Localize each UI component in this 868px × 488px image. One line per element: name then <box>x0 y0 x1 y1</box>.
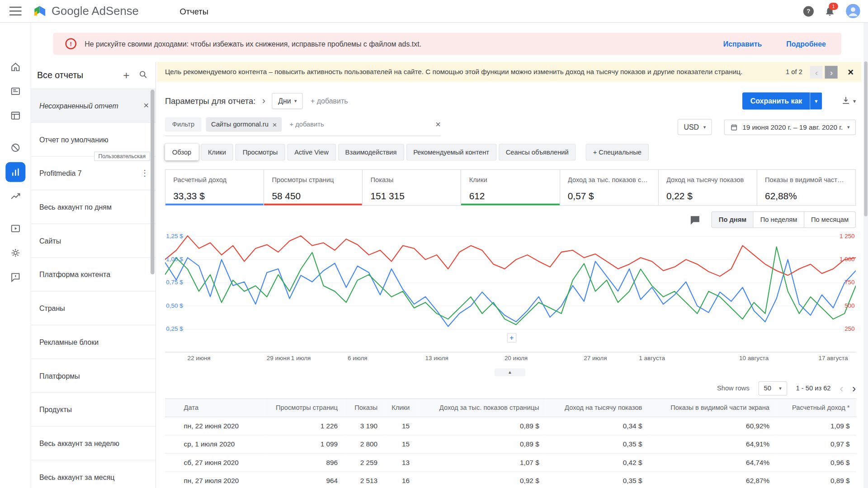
metric-card-page-views[interactable]: Просмотры страниц 58 450 <box>264 169 363 206</box>
overview-chart: 1,25 $ 1,00 $ 0,75 $ 0,50 $ 0,25 $ 1 250… <box>165 230 856 366</box>
home-icon[interactable] <box>5 57 25 77</box>
resources-icon[interactable] <box>5 219 25 239</box>
rows-per-page-select[interactable]: 50 ▾ <box>758 381 787 396</box>
column-header-viewability[interactable]: Показы в видимой части экрана <box>649 399 776 417</box>
sidebar-scrollbar[interactable] <box>151 89 155 274</box>
currency-select[interactable]: USD ▾ <box>678 119 712 135</box>
page-next-icon[interactable]: › <box>852 382 856 395</box>
column-header-clicks[interactable]: Клики <box>384 399 416 417</box>
column-header-impression-rpm[interactable]: Доход на тысячу показов <box>546 399 649 417</box>
tab-custom[interactable]: + Специальные <box>586 144 649 160</box>
collapse-chart-button[interactable]: ▲ <box>494 369 525 376</box>
download-button[interactable]: ▾ <box>841 96 856 106</box>
metric-card-clicks[interactable]: Клики 612 <box>461 169 560 206</box>
settings-icon[interactable] <box>5 243 25 263</box>
more-options-icon[interactable]: ⋮ <box>141 168 149 178</box>
notifications-icon[interactable]: 1 <box>823 5 836 18</box>
sidebar-item-unsaved-report[interactable]: Несохраненный отчет × <box>30 89 156 122</box>
cell-impression-rpm: 0,34 $ <box>546 417 649 435</box>
filter-box: Фильтр Сайты gormonal.ru × + добавить × <box>165 117 441 136</box>
cell-impressions: 2 259 <box>344 453 384 471</box>
table-row[interactable]: ср, 1 июля 2020 1 099 2 800 15 0,89 $ 0,… <box>165 435 856 453</box>
metric-card-estimated-earnings[interactable]: Расчетный доход 33,33 $ <box>165 169 264 206</box>
remove-filter-icon[interactable]: × <box>272 120 277 129</box>
column-header-earnings[interactable]: Расчетный доход * <box>776 399 857 417</box>
warning-text: Не рискуйте своими доходами: чтобы избеж… <box>85 40 421 48</box>
sidebar-item-countries[interactable]: Страны <box>30 291 156 325</box>
tab-clicks[interactable]: Клики <box>201 144 233 160</box>
blocking-controls-icon[interactable] <box>5 138 25 158</box>
filter-chip-sites[interactable]: Сайты gormonal.ru × <box>206 117 282 132</box>
column-header-page-rpm[interactable]: Доход за тыс. показов страницы <box>416 399 546 417</box>
metric-card-impression-rpm[interactable]: Доход на тысячу показов 0,22 $ <box>658 169 757 206</box>
dimension-select[interactable]: Дни ▾ <box>272 93 303 109</box>
metric-card-viewability[interactable]: Показы в видимой части экрана 62,88% <box>757 169 856 206</box>
add-dimension-link[interactable]: + добавить <box>311 97 348 105</box>
sidebar-item-products[interactable]: Продукты <box>30 392 156 426</box>
report-parameters-row: Параметры для отчета: › Дни ▾ + добавить… <box>165 91 856 110</box>
column-header-date[interactable]: Дата <box>165 399 264 417</box>
feedback-icon[interactable] <box>5 267 25 287</box>
tab-views[interactable]: Просмотры <box>236 144 285 160</box>
save-as-button[interactable]: Сохранить как <box>743 92 810 109</box>
ad-units-icon[interactable] <box>5 81 25 101</box>
table-row[interactable]: пн, 27 июля 2020 964 2 513 16 0,92 $ 0,3… <box>165 472 856 488</box>
caret-down-icon: ▾ <box>847 124 850 130</box>
help-icon[interactable]: ? <box>803 6 814 16</box>
add-filter-link[interactable]: + добавить <box>290 121 324 128</box>
optimization-icon[interactable] <box>5 187 25 206</box>
sidebar-item-label: Весь аккаунт за месяц <box>39 473 149 481</box>
sidebar-item-sites[interactable]: Сайты <box>30 224 156 258</box>
learn-more-link[interactable]: Подробнее <box>786 40 826 48</box>
metric-card-page-rpm[interactable]: Доход за тыс. показов страни... 0,57 $ <box>559 169 658 206</box>
tab-ad-sessions[interactable]: Сеансы объявлений <box>499 144 576 160</box>
tab-active-view[interactable]: Active View <box>287 144 336 160</box>
table-row[interactable]: пн, 22 июня 2020 1 226 3 190 15 0,89 $ 0… <box>165 417 856 435</box>
chart-zoom-in-button[interactable]: + <box>507 333 516 343</box>
sidebar-item-default-report[interactable]: Отчет по умолчанию <box>30 122 156 156</box>
close-icon[interactable]: × <box>143 100 149 111</box>
banner-close-icon[interactable]: × <box>848 66 854 78</box>
date-range-select[interactable]: 19 июня 2020 г. – 19 авг. 2020 г. ▾ <box>724 119 856 135</box>
fix-link[interactable]: Исправить <box>723 40 762 48</box>
tab-interactions[interactable]: Взаимодействия <box>338 144 404 160</box>
add-report-icon[interactable]: + <box>123 69 129 81</box>
clear-filters-icon[interactable]: × <box>435 119 440 129</box>
sites-icon[interactable] <box>5 106 25 126</box>
metric-value: 0,22 $ <box>666 191 749 202</box>
sidebar-item-profitmedia[interactable]: Пользовательская Profitmedia 7 ⋮ <box>30 156 156 190</box>
cell-page-rpm: 1,07 $ <box>416 453 546 471</box>
banner-next-icon[interactable]: › <box>825 66 838 78</box>
metric-accent-bar <box>165 204 264 206</box>
save-as-caret-icon[interactable]: ▾ <box>810 92 822 109</box>
sidebar-item-ad-units[interactable]: Рекламные блоки <box>30 325 156 359</box>
reports-icon[interactable] <box>5 162 25 182</box>
metric-card-impressions[interactable]: Показы 151 315 <box>362 169 461 206</box>
sidebar-item-account-by-week[interactable]: Весь аккаунт за неделю <box>30 426 156 460</box>
window-scrollbar[interactable] <box>863 23 868 488</box>
banner-pager: 1 of 2 <box>786 68 802 76</box>
search-icon[interactable] <box>138 70 148 80</box>
column-header-impressions[interactable]: Показы <box>344 399 384 417</box>
table-row[interactable]: сб, 27 июня 2020 896 2 259 13 1,07 $ 0,4… <box>165 453 856 471</box>
tab-overview[interactable]: Обзор <box>165 144 198 160</box>
granularity-by-week[interactable]: По неделям <box>753 211 805 228</box>
avatar[interactable] <box>846 4 860 19</box>
sidebar-item-content-platform[interactable]: Платформа контента <box>30 257 156 291</box>
page-prev-icon[interactable]: ‹ <box>840 382 843 395</box>
tab-recommended-content[interactable]: Рекомендуемый контент <box>406 144 496 160</box>
chart-comment-icon[interactable] <box>690 215 700 225</box>
banner-prev-icon[interactable]: ‹ <box>810 66 823 78</box>
x-tick-label: 1 августа <box>639 355 665 361</box>
metric-value: 151 315 <box>371 191 453 202</box>
cell-earnings: 0,97 $ <box>776 435 857 453</box>
sidebar-item-account-by-month[interactable]: Весь аккаунт за месяц <box>30 460 156 488</box>
scrollbar-thumb[interactable] <box>864 61 867 216</box>
sidebar-item-account-by-day[interactable]: Весь аккаунт по дням <box>30 190 156 224</box>
granularity-by-month[interactable]: По месяцам <box>804 211 856 228</box>
granularity-by-day[interactable]: По дням <box>712 211 754 228</box>
sidebar-item-platforms[interactable]: Платформы <box>30 358 156 392</box>
y-left-tick: 0,25 $ <box>166 325 183 332</box>
menu-icon[interactable] <box>9 7 22 16</box>
column-header-page-views[interactable]: Просмотры страниц <box>264 399 344 417</box>
